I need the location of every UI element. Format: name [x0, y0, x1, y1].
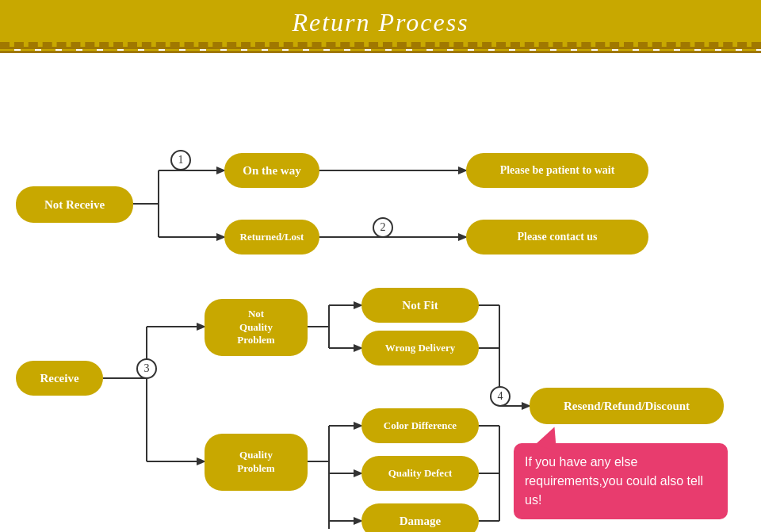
- header: Return Process: [0, 0, 761, 47]
- diagram: Not Receive On the way Returned/Lost Ple…: [0, 53, 761, 532]
- on-the-way-node: On the way: [224, 153, 319, 188]
- resend-node: Resend/Refund/Discount: [530, 388, 724, 424]
- circle-1: 1: [170, 150, 191, 170]
- quality-defect-node: Quality Defect: [361, 456, 479, 491]
- not-quality-problem-node: Not Quality Problem: [205, 299, 308, 356]
- header-decoration: [0, 47, 761, 53]
- speech-bubble: If you have any else requirements,you co…: [514, 443, 728, 519]
- wrong-delivery-node: Wrong Delivery: [361, 331, 479, 366]
- page-title: Return Process: [0, 8, 761, 37]
- returned-lost-node: Returned/Lost: [224, 220, 319, 255]
- circle-3: 3: [136, 358, 157, 379]
- not-receive-node: Not Receive: [16, 186, 133, 223]
- quality-problem-node: Quality Problem: [205, 434, 308, 491]
- contact-us-node: Please contact us: [466, 220, 648, 255]
- color-diff-node: Color Difference: [361, 408, 479, 443]
- circle-4: 4: [490, 386, 511, 407]
- patient-wait-node: Please be patient to wait: [466, 153, 648, 188]
- damage-node: Damage: [361, 503, 479, 532]
- receive-node: Receive: [16, 361, 103, 396]
- circle-2: 2: [373, 217, 393, 238]
- not-fit-node: Not Fit: [361, 288, 479, 323]
